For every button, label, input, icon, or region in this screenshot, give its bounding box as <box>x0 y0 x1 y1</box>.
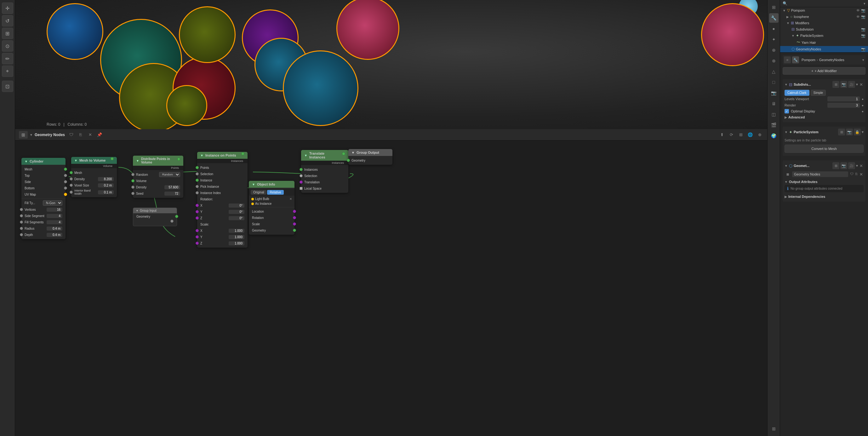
mesh-to-volume-band-insocket[interactable] <box>70 191 73 194</box>
subdiv-render-icon[interactable]: 📷 <box>840 81 847 88</box>
gn-render-icon[interactable]: 📷 <box>840 162 847 169</box>
iop-sx-insocket[interactable] <box>195 229 199 232</box>
subdiv-close-btn[interactable]: ✕ <box>859 82 864 87</box>
mesh-to-volume-mesh-insocket[interactable] <box>70 171 73 174</box>
ti-selection-insocket[interactable] <box>300 174 303 177</box>
cylinder-fillseg-insocket[interactable] <box>20 220 23 224</box>
ps-collapse-arrow[interactable]: ▼ <box>784 130 788 134</box>
gn-name-icon[interactable]: ⊞ <box>784 171 791 177</box>
gn-name-copy-icon[interactable]: ⎘ <box>855 172 858 177</box>
close-icon-btn[interactable]: ✕ <box>86 131 94 138</box>
outliner-yarnhair[interactable]: 〜 Yarn Hair <box>780 39 868 46</box>
mesh-to-volume-node[interactable]: ▼ Mesh to Volume Volume Mesh Density 8.2… <box>71 157 117 197</box>
cylinder-depth-val[interactable]: 0.4 m <box>46 233 62 237</box>
toolbar-rotate[interactable]: ↺ <box>2 15 13 27</box>
render-dot[interactable]: ● <box>862 104 864 107</box>
subdiv-dropdown-icon[interactable]: ▾ <box>856 82 858 87</box>
group-output-node[interactable]: ▼ Group Output Geometry <box>348 149 393 165</box>
group-input-geometry-socket[interactable] <box>175 215 178 218</box>
ti-localspace-insocket[interactable] <box>300 187 303 190</box>
outliner-modifiers[interactable]: ▼ ⊞ Modifiers <box>780 20 868 26</box>
globe-icon-btn[interactable]: 🌐 <box>746 131 754 138</box>
distribute-points-outsocket[interactable] <box>177 157 180 161</box>
translate-instances-node[interactable]: ▼ Translate Instances Instances Instance… <box>301 150 348 193</box>
gn-cam-icon[interactable]: 📷 <box>861 47 866 51</box>
ti-translation-insocket[interactable] <box>300 181 303 184</box>
dropdown-arrow[interactable]: ▾ <box>30 133 32 137</box>
subdivision-cam-icon[interactable]: 📷 <box>861 27 866 31</box>
gn-name-shield-icon[interactable]: 🛡 <box>849 172 854 177</box>
mesh-to-volume-density-val[interactable]: 8.200 <box>98 177 114 181</box>
instance-on-points-outsocket[interactable] <box>241 152 244 155</box>
add-modifier-btn[interactable]: + + Add Modifier <box>783 67 866 75</box>
mesh-to-volume-band-val[interactable]: 0.1 m <box>98 190 114 194</box>
iop-instance-insocket[interactable] <box>195 179 199 182</box>
outliner-geometrynodes[interactable]: ⬡ GeometryNodes 📷 <box>780 46 868 52</box>
distribute-points-node[interactable]: ▼ Distribute Points in Volume Points Ran… <box>133 156 183 198</box>
iop-ry-val[interactable]: 0° <box>229 210 244 214</box>
iop-rx-insocket[interactable] <box>195 204 199 207</box>
cylinder-vertices-insocket[interactable] <box>20 208 23 211</box>
levels-viewport-dot[interactable]: ● <box>862 97 864 101</box>
object-icon[interactable]: □ <box>769 77 779 87</box>
iop-sy-insocket[interactable] <box>195 235 199 239</box>
grid-icon-btn[interactable]: ⊞ <box>737 131 745 138</box>
ps-dropdown-icon[interactable]: ▾ <box>862 130 864 134</box>
outliner-pompom[interactable]: ▼ ▽ Pompom 👁 📷 <box>780 7 868 13</box>
object-info-original-btn[interactable]: Original <box>251 190 267 195</box>
particle-icon[interactable]: ✦ <box>769 35 779 44</box>
mesh-to-volume-voxel-insocket[interactable] <box>70 184 73 187</box>
distribute-seed-insocket[interactable] <box>131 192 134 195</box>
oi-rotation-socket[interactable] <box>293 216 296 219</box>
internal-deps-section[interactable]: ▶ Internal Dependencies <box>784 193 864 200</box>
iop-points-insocket[interactable] <box>195 166 199 169</box>
oi-scale-socket[interactable] <box>293 222 296 225</box>
toolbar-move[interactable]: ✛ <box>2 2 13 14</box>
cylinder-bottom-socket[interactable] <box>64 187 67 190</box>
iop-sy-val[interactable]: 1.000 <box>229 235 244 239</box>
cylinder-fillseg-val[interactable]: 4 <box>46 220 62 224</box>
subdivision-collapse-arrow[interactable]: ▼ <box>784 83 788 86</box>
distribute-volume-insocket[interactable] <box>131 179 134 182</box>
distribute-density-insocket[interactable] <box>131 186 134 189</box>
pin-icon-btn[interactable]: 📌 <box>96 131 103 138</box>
checker-icon[interactable]: ⊞ <box>769 424 779 434</box>
toolbar-transform[interactable]: ⊙ <box>2 40 13 52</box>
gn-close-btn[interactable]: ✕ <box>859 163 864 168</box>
cylinder-sideseg-insocket[interactable] <box>20 214 23 217</box>
cylinder-filltype-select[interactable]: N-Gon <box>43 200 62 206</box>
optimal-display-checkbox[interactable]: ✓ <box>784 109 789 114</box>
ps-cam-icon[interactable]: 📷 <box>861 34 866 38</box>
ps-render-icon[interactable]: 📷 <box>846 128 853 135</box>
iop-sz-val[interactable]: 1.000 <box>229 241 244 245</box>
refresh-icon-btn[interactable]: ⟳ <box>727 131 735 138</box>
optimal-display-dot[interactable]: ● <box>862 110 864 113</box>
iop-ry-insocket[interactable] <box>195 210 199 213</box>
eye-icon[interactable]: 👁 <box>856 8 860 12</box>
outliner-search-input[interactable] <box>788 2 862 5</box>
gn-name-close-btn[interactable]: ✕ <box>859 172 864 177</box>
world-icon[interactable]: 🌍 <box>769 131 779 141</box>
cylinder-node[interactable]: ▼ Cylinder Mesh Top Side <box>22 158 65 239</box>
node-canvas[interactable]: ▼ Cylinder Mesh Top Side <box>15 141 767 436</box>
iop-pick-insocket[interactable] <box>195 185 199 188</box>
ps-camera-icon[interactable]: 🔒 <box>854 128 861 135</box>
render-icon[interactable]: 📷 <box>769 88 779 98</box>
cylinder-top-socket[interactable] <box>64 174 67 177</box>
prop-modifier-icon[interactable]: 🔧 <box>792 56 799 63</box>
gn-collapse-arrow[interactable]: ▼ <box>784 164 788 167</box>
ti-instances-insocket[interactable] <box>300 168 303 171</box>
output-attributes-section[interactable]: ▼ Output Attributes <box>784 179 864 185</box>
iop-sx-val[interactable]: 1.000 <box>229 229 244 233</box>
cylinder-radius-val[interactable]: 0.4 m <box>46 226 62 230</box>
outliner-particlesystem[interactable]: ▼ ✦ ParticleSystem 📷 <box>780 32 868 39</box>
zoom-icon-btn[interactable]: ⊕ <box>756 131 764 138</box>
cylinder-mesh-socket[interactable] <box>64 167 67 171</box>
toolbar-add[interactable]: ⊡ <box>2 81 13 92</box>
icosphere-cam-icon[interactable]: 📷 <box>861 15 866 19</box>
gn-dropdown-icon[interactable]: ▾ <box>856 163 858 168</box>
prop-panel-expand[interactable]: ▾ <box>862 58 864 62</box>
group-input-bottom-socket[interactable] <box>170 220 174 223</box>
output-icon[interactable]: 🖥 <box>769 99 779 108</box>
material-icon[interactable]: ● <box>769 24 779 33</box>
